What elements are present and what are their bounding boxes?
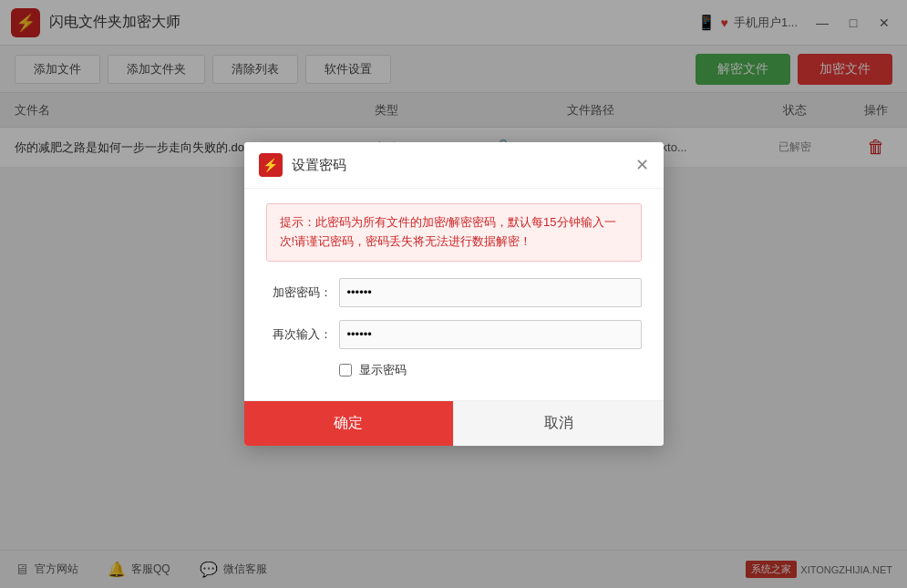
confirm-input[interactable] (339, 320, 642, 349)
password-label: 加密密码： (266, 284, 332, 301)
confirm-label: 再次输入： (266, 326, 332, 343)
cancel-button[interactable]: 取消 (453, 401, 664, 446)
confirm-button[interactable]: 确定 (244, 401, 454, 446)
modal-header: ⚡ 设置密码 ✕ (244, 142, 664, 189)
show-password-label[interactable]: 显示密码 (359, 362, 407, 378)
confirm-row: 再次输入： (266, 320, 642, 349)
modal-logo: ⚡ (259, 153, 283, 177)
show-password-checkbox[interactable] (339, 364, 352, 377)
modal-body: 提示：此密码为所有文件的加密/解密密码，默认每15分钟输入一次!请谨记密码，密码… (244, 189, 664, 400)
show-password-row: 显示密码 (339, 362, 642, 378)
modal-close-button[interactable]: ✕ (635, 157, 649, 173)
password-row: 加密密码： (266, 278, 642, 307)
set-password-modal: ⚡ 设置密码 ✕ 提示：此密码为所有文件的加密/解密密码，默认每15分钟输入一次… (244, 142, 664, 446)
password-input[interactable] (339, 278, 642, 307)
modal-title: 设置密码 (292, 157, 626, 174)
modal-warning: 提示：此密码为所有文件的加密/解密密码，默认每15分钟输入一次!请谨记密码，密码… (266, 203, 642, 262)
modal-overlay: ⚡ 设置密码 ✕ 提示：此密码为所有文件的加密/解密密码，默认每15分钟输入一次… (0, 0, 907, 588)
modal-footer: 确定 取消 (244, 400, 664, 446)
modal-logo-symbol: ⚡ (263, 158, 278, 172)
